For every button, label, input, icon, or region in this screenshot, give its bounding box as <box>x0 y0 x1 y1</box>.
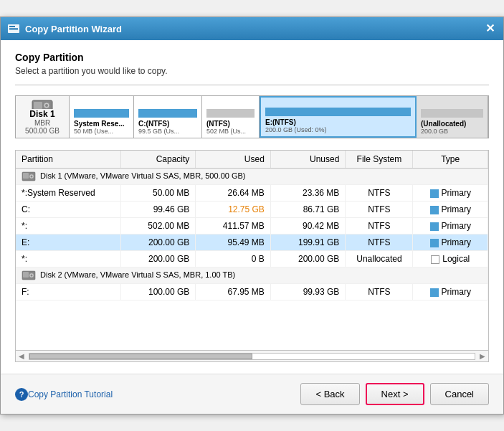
page-title: Copy Partition <box>15 52 489 63</box>
title-bar: Copy Partition Wizard ✕ <box>1 17 503 40</box>
hdd-icon <box>22 171 36 181</box>
svg-point-7 <box>45 104 48 107</box>
cell-type: Primary <box>413 235 488 251</box>
footer: ? Copy Partition Tutorial < Back Next > … <box>1 374 503 414</box>
cell-fs: NTFS <box>346 235 413 251</box>
cell-partition: *: <box>16 251 120 267</box>
scroll-right-btn[interactable]: ▶ <box>477 352 488 360</box>
table-row[interactable]: C:99.46 GB12.75 GB86.71 GBNTFSPrimary <box>16 202 488 218</box>
divider-top <box>15 85 489 85</box>
disk-partition-sysreserved[interactable]: System Rese... 50 MB (Use... <box>70 96 134 138</box>
cell-used: 0 B <box>196 251 271 267</box>
cell-unused: 86.71 GB <box>270 202 346 218</box>
scroll-left-btn[interactable]: ◀ <box>16 352 27 360</box>
cell-used: 12.75 GB <box>196 202 271 218</box>
cell-fs: Unallocated <box>346 251 413 267</box>
svg-rect-9 <box>23 173 29 179</box>
cell-unused: 200.00 GB <box>270 251 346 267</box>
svg-point-11 <box>31 176 33 178</box>
svg-rect-3 <box>9 29 18 30</box>
col-header-type: Type <box>413 151 488 169</box>
cancel-button[interactable]: Cancel <box>430 383 489 405</box>
cell-capacity: 502.00 MB <box>120 218 196 235</box>
disk-label: Disk 1 MBR 500.00 GB <box>16 96 70 138</box>
cell-type: Logical <box>413 251 488 267</box>
cell-unused: 90.42 MB <box>270 218 346 235</box>
cell-capacity: 200.00 GB <box>120 251 196 267</box>
table-row[interactable]: E:200.00 GB95.49 MB199.91 GBNTFSPrimary <box>16 235 488 251</box>
table-body: Disk 1 (VMware, VMware Virtual S SAS, MB… <box>16 169 488 300</box>
col-header-used: Used <box>196 151 271 169</box>
cell-used: 67.95 MB <box>196 284 271 300</box>
col-header-fs: File System <box>346 151 413 169</box>
disk1-name: Disk 1 <box>29 109 54 119</box>
disk1-mbr: MBR <box>34 119 50 127</box>
tutorial-link[interactable]: Copy Partition Tutorial <box>28 389 113 399</box>
svg-rect-2 <box>9 28 18 29</box>
disk-visual: Disk 1 MBR 500.00 GB System Rese... 50 M… <box>15 95 489 138</box>
help-icon: ? <box>15 388 28 401</box>
table-row[interactable]: *:502.00 MB411.57 MB90.42 MBNTFSPrimary <box>16 218 488 235</box>
cell-partition: E: <box>16 235 120 251</box>
disk-partition-c[interactable]: C:(NTFS) 99.5 GB (Us... <box>134 96 202 138</box>
cell-partition: *:System Reserved <box>16 185 120 202</box>
disk-partition-unalloc[interactable]: (Unallocated) 200.0 GB <box>417 96 488 138</box>
cell-type: Primary <box>413 218 488 235</box>
back-button[interactable]: < Back <box>300 383 359 405</box>
close-button[interactable]: ✕ <box>482 23 498 34</box>
cell-unused: 99.93 GB <box>270 284 346 300</box>
cell-type: Primary <box>413 202 488 218</box>
cell-fs: NTFS <box>346 185 413 202</box>
scroll-track[interactable] <box>29 353 475 360</box>
cell-fs: NTFS <box>346 218 413 235</box>
partition-table-container[interactable]: Partition Capacity Used Unused File Syst… <box>15 150 489 351</box>
main-window: Copy Partition Wizard ✕ Copy Partition S… <box>0 16 504 415</box>
table-row[interactable]: *:System Reserved50.00 MB26.64 MB23.36 M… <box>16 185 488 202</box>
app-icon <box>6 22 21 36</box>
cell-capacity: 200.00 GB <box>120 235 196 251</box>
partition-table: Partition Capacity Used Unused File Syst… <box>16 151 488 300</box>
cell-fs: NTFS <box>346 284 413 300</box>
table-header-row: Partition Capacity Used Unused File Syst… <box>16 151 488 169</box>
cell-partition: C: <box>16 202 120 218</box>
cell-partition: *: <box>16 218 120 235</box>
cell-capacity: 50.00 MB <box>120 185 196 202</box>
cell-capacity: 99.46 GB <box>120 202 196 218</box>
col-header-unused: Unused <box>270 151 346 169</box>
cell-type: Primary <box>413 185 488 202</box>
page-subtitle: Select a partition you would like to cop… <box>15 66 489 76</box>
table-row[interactable]: *:200.00 GB0 B200.00 GBUnallocatedLogica… <box>16 251 488 267</box>
col-header-partition: Partition <box>16 151 120 169</box>
hdd-icon <box>22 270 36 280</box>
cell-used: 95.49 MB <box>196 235 271 251</box>
cell-unused: 199.91 GB <box>270 235 346 251</box>
svg-rect-1 <box>9 26 15 27</box>
table-group-header-0: Disk 1 (VMware, VMware Virtual S SAS, MB… <box>16 169 488 185</box>
disk1-size: 500.00 GB <box>25 127 60 135</box>
cell-capacity: 100.00 GB <box>120 284 196 300</box>
table-row[interactable]: F:100.00 GB67.95 MB99.93 GBNTFSPrimary <box>16 284 488 300</box>
scroll-thumb[interactable] <box>29 354 252 359</box>
disk-partition-ntfs[interactable]: (NTFS) 502 MB (Us... <box>202 96 260 138</box>
next-button[interactable]: Next > <box>366 383 424 405</box>
hdd-icon <box>31 99 54 109</box>
svg-rect-5 <box>34 102 42 109</box>
cell-used: 411.57 MB <box>196 218 271 235</box>
svg-rect-13 <box>23 272 29 278</box>
footer-buttons: < Back Next > Cancel <box>300 383 489 405</box>
window-title: Copy Partition Wizard <box>25 24 478 34</box>
cell-unused: 23.36 MB <box>270 185 346 202</box>
col-header-capacity: Capacity <box>120 151 196 169</box>
cell-used: 26.64 MB <box>196 185 271 202</box>
table-group-header-1: Disk 2 (VMware, VMware Virtual S SAS, MB… <box>16 267 488 284</box>
main-content: Copy Partition Select a partition you wo… <box>1 40 503 374</box>
disk-partition-e[interactable]: E:(NTFS) 200.0 GB (Used: 0%) <box>260 96 417 138</box>
cell-partition: F: <box>16 284 120 300</box>
cell-type: Primary <box>413 284 488 300</box>
h-scrollbar[interactable]: ◀ ▶ <box>15 351 489 362</box>
cell-fs: NTFS <box>346 202 413 218</box>
svg-point-15 <box>31 275 33 277</box>
